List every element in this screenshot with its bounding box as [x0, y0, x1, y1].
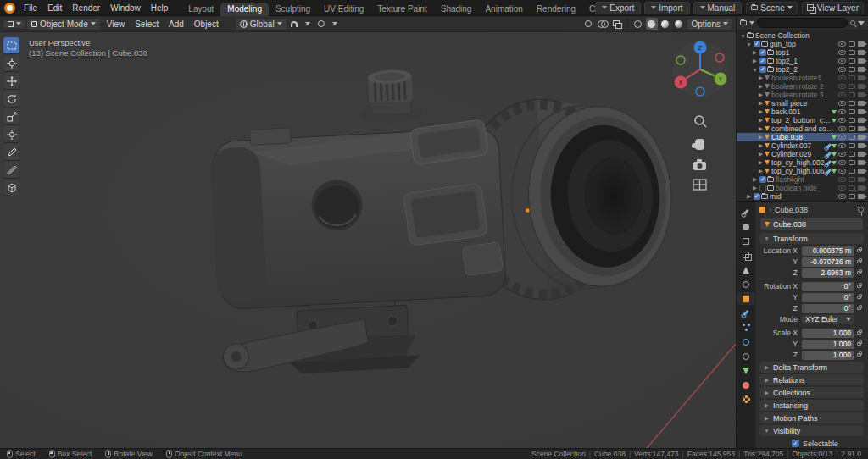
screen-icon[interactable] — [849, 84, 855, 89]
options-dropdown[interactable]: Options — [687, 19, 732, 30]
eye-icon[interactable] — [838, 160, 846, 165]
camera-icon[interactable] — [858, 58, 865, 64]
tool-move-button[interactable] — [3, 73, 19, 89]
field-y[interactable]: -0.070726 m — [802, 257, 854, 267]
collection-checkbox[interactable]: ✓ — [754, 193, 760, 200]
eye-icon[interactable] — [838, 118, 846, 123]
field-z[interactable]: 1.000 — [802, 351, 854, 360]
tool-select-box-button[interactable] — [3, 37, 19, 53]
collection-checkbox[interactable]: ✓ — [760, 58, 766, 64]
viewport-menu-object[interactable]: Object — [189, 19, 224, 30]
outliner-row-cylinder-029[interactable]: ▶Cylinder.029 — [737, 150, 868, 158]
collection-checkbox[interactable]: ✓ — [760, 176, 766, 183]
camera-icon[interactable] — [858, 118, 865, 123]
lock-icon[interactable] — [857, 353, 861, 357]
proportional-editing-icon[interactable] — [315, 18, 327, 30]
properties-tab-world[interactable] — [737, 278, 754, 290]
camera-icon[interactable] — [858, 101, 865, 106]
lock-icon[interactable] — [857, 307, 861, 310]
menu-window[interactable]: Window — [105, 3, 146, 14]
lock-icon[interactable] — [857, 296, 861, 299]
properties-tab-output[interactable] — [737, 235, 754, 247]
tab-compositing[interactable]: Compositing — [582, 3, 595, 16]
snap-magnet-icon[interactable] — [288, 18, 300, 30]
expander-icon[interactable]: ▼ — [745, 41, 753, 47]
screen-icon[interactable] — [849, 41, 855, 47]
shading-solid-icon[interactable] — [646, 18, 658, 30]
eye-icon[interactable] — [838, 101, 846, 106]
expander-icon[interactable]: ▶ — [757, 134, 765, 141]
navigation-gizmo[interactable]: Z X Y — [668, 36, 732, 196]
lock-icon[interactable] — [857, 249, 861, 252]
camera-icon[interactable] — [858, 135, 865, 140]
eye-icon[interactable] — [838, 84, 846, 89]
tab-modeling[interactable]: Modeling — [220, 3, 269, 16]
properties-tab-object[interactable] — [737, 292, 754, 305]
eye-icon[interactable] — [838, 75, 846, 80]
camera-icon[interactable] — [858, 177, 865, 182]
tab-sculpting[interactable]: Sculpting — [269, 3, 317, 16]
camera-icon[interactable] — [858, 143, 865, 148]
eye-icon[interactable] — [838, 143, 846, 148]
screen-icon[interactable] — [849, 135, 855, 140]
properties-tab-particles[interactable] — [737, 321, 754, 334]
eye-icon[interactable] — [838, 152, 846, 157]
camera-icon[interactable] — [858, 41, 865, 47]
editor-type-button[interactable] — [3, 20, 25, 28]
menu-help[interactable]: Help — [146, 3, 174, 14]
outliner-row-top1[interactable]: ▶✓top1 — [737, 48, 868, 57]
collection-checkbox[interactable]: ✓ — [760, 66, 766, 73]
properties-tab-constraints[interactable] — [737, 350, 754, 362]
outliner-search-input[interactable] — [757, 18, 848, 28]
tool-scale-button[interactable] — [3, 108, 19, 124]
screen-icon[interactable] — [849, 177, 855, 182]
panel-relations[interactable]: ▶Relations — [760, 374, 864, 385]
panel-motion-paths[interactable]: ▶Motion Paths — [760, 412, 864, 423]
eye-icon[interactable] — [838, 177, 846, 182]
menu-file[interactable]: File — [19, 3, 42, 14]
expander-icon[interactable]: ▶ — [745, 193, 753, 200]
expander-icon[interactable]: ▶ — [757, 151, 765, 158]
outliner-row-boolean-rotate1[interactable]: ▶boolean rotate1 — [737, 74, 868, 82]
screen-icon[interactable] — [849, 152, 855, 157]
outliner-row-top-cy-high-006[interactable]: ▶top_cy_high.006 — [737, 167, 868, 175]
outliner-row-cylinder-007[interactable]: ▶Cylinder.007 — [737, 141, 868, 150]
object-name-field[interactable]: Cube.038 — [760, 218, 864, 230]
lock-icon[interactable] — [857, 260, 861, 263]
screen-icon[interactable] — [849, 185, 855, 191]
eye-icon[interactable] — [838, 135, 846, 140]
expander-icon[interactable]: ▶ — [757, 91, 765, 98]
eye-icon[interactable] — [838, 58, 846, 64]
show-overlays-icon[interactable] — [597, 18, 609, 30]
expander-icon[interactable]: ▶ — [757, 159, 765, 166]
tab-uv-editing[interactable]: UV Editing — [317, 3, 370, 16]
collection-checkbox[interactable]: ✓ — [754, 41, 760, 47]
shading-rendered-icon[interactable] — [673, 18, 685, 30]
collection-checkbox[interactable] — [760, 185, 766, 191]
panel-delta-transform[interactable]: ▶Delta Transform — [760, 362, 864, 373]
outliner-row-boolean-hide[interactable]: ▶boolean hide — [737, 184, 868, 192]
eye-icon[interactable] — [838, 50, 846, 55]
outliner-editor-icon[interactable] — [740, 20, 747, 25]
manual-button[interactable]: Manual — [693, 2, 743, 14]
outliner-row-top-cy-high-002[interactable]: ▶top_cy_high.002 — [737, 158, 868, 167]
properties-tab-texture[interactable] — [737, 393, 754, 406]
screen-icon[interactable] — [849, 75, 855, 80]
expander-icon[interactable]: ▶ — [757, 108, 765, 115]
field-scale-x[interactable]: 1.000 — [802, 329, 854, 338]
tool-measure-button[interactable] — [3, 162, 19, 178]
tab-layout[interactable]: Layout — [181, 3, 220, 16]
camera-icon[interactable] — [858, 169, 865, 174]
lock-icon[interactable] — [857, 285, 861, 288]
field-location-x[interactable]: 0.000375 m — [802, 246, 854, 256]
properties-tab-render[interactable] — [737, 220, 754, 233]
eye-icon[interactable] — [838, 185, 846, 191]
outliner-row-boolean-rotate-2[interactable]: ▶boolean rotate 2 — [737, 82, 868, 91]
expander-icon[interactable]: ▶ — [757, 117, 765, 124]
expander-icon[interactable]: ▶ — [757, 83, 765, 90]
outliner-row-top2-2[interactable]: ▼✓top2_2 — [737, 65, 868, 74]
eye-icon[interactable] — [838, 194, 846, 199]
screen-icon[interactable] — [849, 101, 855, 106]
view-layer-selector[interactable]: View Layer — [802, 2, 864, 14]
expander-icon[interactable]: ▶ — [751, 185, 759, 191]
